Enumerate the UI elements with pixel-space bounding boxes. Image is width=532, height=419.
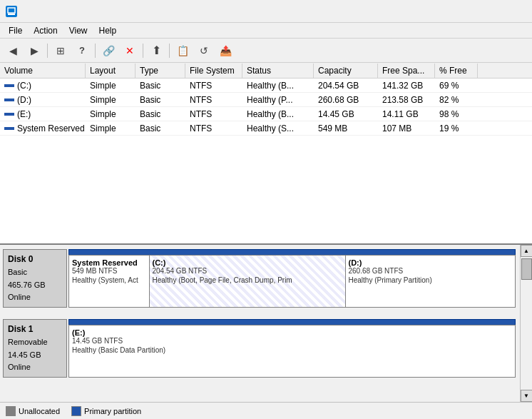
disk-partitions-row-0: System Reserved 549 MB NTFS Healthy (Sys… (68, 255, 516, 308)
partition-block-0-1[interactable]: (C:) 204.54 GB NTFS Healthy (Boot, Page … (150, 256, 346, 307)
cell-layout: Simple (86, 122, 135, 135)
cell-capacity: 204.54 GB (314, 79, 378, 92)
toolbar-separator-2 (95, 44, 96, 58)
cell-layout: Simple (86, 94, 135, 106)
partition-size: 260.68 GB NTFS (349, 267, 513, 275)
partition-label: System Reserved (72, 258, 146, 267)
disk-partitions-row-1: (E:) 14.45 GB NTFS Healthy (Basic Data P… (68, 325, 516, 378)
legend-primary-box (71, 406, 81, 416)
header-layout[interactable]: Layout (86, 64, 135, 78)
disk-view-wrapper: Disk 0 Basic 465.76 GB Online System Res… (0, 245, 532, 402)
toolbar: ◀ ▶ ⊞ ? 🔗 ✕ ⬆ 📋 ↺ 📤 (0, 39, 532, 63)
header-volume[interactable]: Volume (0, 64, 86, 78)
partition-label: (E:) (72, 328, 356, 337)
menu-help[interactable]: Help (93, 24, 123, 37)
cell-type: Basic (135, 122, 185, 135)
minimize-button[interactable] (428, 0, 461, 23)
cell-freespace: 14.11 GB (378, 108, 435, 121)
header-filesystem[interactable]: File System (185, 64, 242, 78)
menu-action[interactable]: Action (28, 24, 63, 37)
header-status[interactable]: Status (242, 64, 314, 78)
cell-status: Healthy (S... (242, 122, 314, 135)
back-button[interactable]: ◀ (3, 41, 23, 61)
forward-button[interactable]: ▶ (24, 41, 44, 61)
show-console-button[interactable]: ⊞ (51, 41, 71, 61)
app-icon (6, 6, 17, 17)
cell-status: Healthy (P... (242, 94, 314, 106)
cell-layout: Simple (86, 108, 135, 121)
scroll-down-arrow[interactable]: ▼ (521, 390, 533, 402)
partition-size: 14.45 GB NTFS (72, 337, 356, 345)
cell-filesystem: NTFS (185, 108, 242, 121)
main-content: Volume Layout Type File System Status Ca… (0, 63, 532, 419)
help-button[interactable]: ? (72, 41, 92, 61)
refresh-button[interactable]: ↺ (194, 41, 214, 61)
cell-freespace: 141.32 GB (378, 79, 435, 92)
legend-primary-label: Primary partition (84, 407, 141, 415)
title-bar (0, 0, 532, 23)
cell-status: Healthy (B... (242, 108, 314, 121)
disk-scroll-area[interactable]: Disk 0 Basic 465.76 GB Online System Res… (0, 245, 520, 402)
cell-freespace: 107 MB (378, 122, 435, 135)
header-freespace[interactable]: Free Spa... (378, 64, 435, 78)
header-type[interactable]: Type (135, 64, 185, 78)
list-row[interactable]: (D:) Simple Basic NTFS Healthy (P... 260… (0, 93, 532, 107)
close-button[interactable] (493, 0, 526, 23)
disk-label-0: Disk 0 Basic 465.76 GB Online (3, 249, 67, 308)
scroll-thumb[interactable] (521, 258, 532, 280)
toolbar-separator-3 (143, 44, 143, 58)
disk-bar-1 (68, 319, 516, 325)
list-row[interactable]: System Reserved Simple Basic NTFS Health… (0, 121, 532, 136)
export-button[interactable]: 📤 (215, 41, 235, 61)
header-capacity[interactable]: Capacity (314, 64, 378, 78)
list-view: Volume Layout Type File System Status Ca… (0, 63, 532, 245)
legend-unallocated: Unallocated (6, 406, 60, 416)
partition-size: 549 MB NTFS (72, 267, 146, 275)
partition-size: 204.54 GB NTFS (153, 267, 342, 275)
maximize-button[interactable] (461, 0, 493, 23)
partition-block-1-0[interactable]: (E:) 14.45 GB NTFS Healthy (Basic Data P… (69, 325, 359, 377)
disk-size: 465.76 GB (8, 279, 62, 292)
toolbar-separator-1 (47, 44, 48, 58)
cell-pctfree: 69 % (435, 79, 478, 92)
disk-label-1: Disk 1 Removable 14.45 GB Online (3, 319, 67, 378)
legend-unallocated-box (6, 406, 16, 416)
partition-block-0-2[interactable]: (D:) 260.68 GB NTFS Healthy (Primary Par… (346, 256, 516, 307)
toolbar-separator-4 (169, 44, 170, 58)
disk-bar-0 (68, 249, 516, 255)
scroll-up-arrow[interactable]: ▲ (521, 245, 533, 257)
partition-block-0-0[interactable]: System Reserved 549 MB NTFS Healthy (Sys… (69, 256, 150, 307)
cell-volume: System Reserved (0, 122, 86, 135)
disk-type: Removable (8, 336, 62, 349)
disk-scrollbar[interactable]: ▲ ▼ (520, 245, 532, 402)
menu-view[interactable]: View (63, 24, 93, 37)
disk-size: 14.45 GB (8, 349, 62, 362)
cell-capacity: 549 MB (314, 122, 378, 135)
partition-status: Healthy (Boot, Page File, Crash Dump, Pr… (153, 276, 342, 284)
cell-capacity: 14.45 GB (314, 108, 378, 121)
svg-rect-1 (8, 14, 15, 15)
list-header: Volume Layout Type File System Status Ca… (0, 63, 532, 79)
cell-pctfree: 19 % (435, 122, 478, 135)
disk-status: Online (8, 361, 62, 374)
header-pctfree[interactable]: % Free (435, 64, 478, 78)
delete-button[interactable]: ✕ (120, 41, 140, 61)
cell-type: Basic (135, 94, 185, 106)
connect-button[interactable]: 🔗 (98, 41, 118, 61)
list-row[interactable]: (E:) Simple Basic NTFS Healthy (B... 14.… (0, 107, 532, 121)
cell-volume: (E:) (0, 108, 86, 121)
disk-partitions-1: (E:) 14.45 GB NTFS Healthy (Basic Data P… (67, 319, 517, 378)
cell-pctfree: 82 % (435, 94, 478, 106)
cell-status: Healthy (B... (242, 79, 314, 92)
legend-primary: Primary partition (71, 406, 141, 416)
menu-file[interactable]: File (3, 24, 28, 37)
cell-filesystem: NTFS (185, 94, 242, 106)
format-button[interactable]: ⬆ (146, 41, 166, 61)
legend: Unallocated Primary partition (0, 402, 532, 419)
window-controls (428, 0, 526, 23)
disk-row-1: Disk 1 Removable 14.45 GB Online (E:) 14… (3, 319, 517, 378)
list-row[interactable]: (C:) Simple Basic NTFS Healthy (B... 204… (0, 79, 532, 93)
cell-type: Basic (135, 79, 185, 92)
properties-button[interactable]: 📋 (173, 41, 193, 61)
cell-capacity: 260.68 GB (314, 94, 378, 106)
